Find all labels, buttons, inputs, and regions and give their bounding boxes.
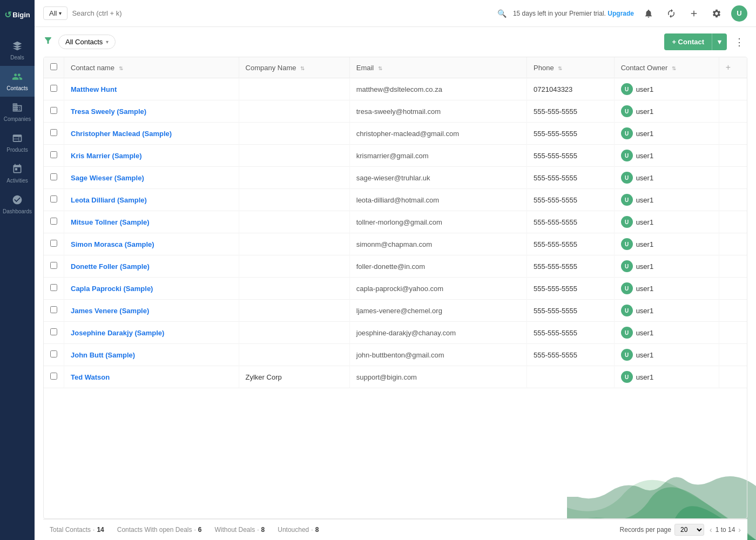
row-checkbox[interactable] <box>50 328 57 335</box>
row-contact-name[interactable]: Mitsue Tollner (Sample) <box>64 211 239 233</box>
row-checkbox[interactable] <box>50 195 57 202</box>
row-checkbox-cell[interactable] <box>44 123 64 145</box>
sidebar-item-activities[interactable]: Activities <box>0 158 35 189</box>
filter-icon[interactable] <box>43 36 53 48</box>
notifications-button[interactable] <box>640 5 657 22</box>
row-checkbox-cell[interactable] <box>44 145 64 167</box>
next-page-button[interactable]: › <box>738 525 741 534</box>
search-input[interactable] <box>72 9 492 17</box>
row-checkbox-cell[interactable] <box>44 300 64 322</box>
row-contact-name[interactable]: Leota Dilliard (Sample) <box>64 189 239 211</box>
table-row: Donette Foller (Sample) foller-donette@i… <box>44 255 747 278</box>
owner-name: user1 <box>636 152 654 160</box>
owner-name: user1 <box>636 85 654 93</box>
sidebar-item-deals[interactable]: Deals <box>0 35 35 66</box>
sidebar-item-companies[interactable]: Companies <box>0 97 35 127</box>
row-contact-name[interactable]: Christopher Maclead (Sample) <box>64 123 239 145</box>
row-checkbox-cell[interactable] <box>44 278 64 300</box>
row-checkbox-cell[interactable] <box>44 189 64 211</box>
row-checkbox-cell[interactable] <box>44 211 64 233</box>
row-checkbox-cell[interactable] <box>44 255 64 278</box>
upgrade-link[interactable]: Upgrade <box>608 10 634 17</box>
row-checkbox-cell[interactable] <box>44 167 64 189</box>
row-company-name <box>239 211 349 233</box>
table-row: Capla Paprocki (Sample) capla-paprocki@y… <box>44 278 747 300</box>
view-toolbar: All Contacts ▾ + Contact ▾ ⋮ <box>43 33 747 50</box>
row-contact-name[interactable]: James Venere (Sample) <box>64 300 239 322</box>
refresh-button[interactable] <box>663 5 679 22</box>
records-per-page: Records per page 20 50 100 <box>620 524 704 536</box>
row-contact-name[interactable]: John Butt (Sample) <box>64 344 239 366</box>
row-checkbox[interactable] <box>50 173 57 180</box>
row-phone: 555-555-5555 <box>527 300 615 322</box>
row-contact-name[interactable]: Simon Morasca (Sample) <box>64 233 239 255</box>
without-deals-value: 8 <box>261 526 265 534</box>
row-checkbox[interactable] <box>50 218 57 225</box>
sidebar-item-dashboards[interactable]: Dashboards <box>0 189 35 220</box>
table-row: Simon Morasca (Sample) simonm@chapman.co… <box>44 233 747 255</box>
row-email: john-buttbenton@gmail.com <box>349 344 526 366</box>
row-contact-name[interactable]: Ted Watson <box>64 366 239 388</box>
row-checkbox-cell[interactable] <box>44 233 64 255</box>
col-contact-owner[interactable]: Contact Owner ⇅ <box>614 57 719 78</box>
per-page-select[interactable]: 20 50 100 <box>674 524 704 536</box>
row-email: sage-wieser@truhlar.uk <box>349 167 526 189</box>
add-column-icon[interactable]: + <box>726 63 731 72</box>
select-all-header[interactable] <box>44 57 64 78</box>
row-checkbox[interactable] <box>50 151 57 158</box>
row-checkbox[interactable] <box>50 240 57 247</box>
footer-pagination: Records per page 20 50 100 ‹ 1 to 14 › <box>620 524 741 536</box>
row-phone: 0721043323 <box>527 78 615 100</box>
row-checkbox-cell[interactable] <box>44 322 64 344</box>
owner-avatar: U <box>621 127 633 139</box>
row-checkbox[interactable] <box>50 373 57 380</box>
view-select-dropdown[interactable]: All Contacts ▾ <box>58 35 116 49</box>
row-contact-name[interactable]: Kris Marrier (Sample) <box>64 145 239 167</box>
pagination-nav: ‹ 1 to 14 › <box>710 525 741 534</box>
row-checkbox[interactable] <box>50 85 57 92</box>
row-contact-name[interactable]: Tresa Sweely (Sample) <box>64 100 239 123</box>
prev-page-button[interactable]: ‹ <box>710 525 712 534</box>
col-add-icon[interactable]: + <box>719 57 747 78</box>
row-company-name <box>239 233 349 255</box>
owner-avatar: U <box>621 349 633 361</box>
row-checkbox[interactable] <box>50 107 57 114</box>
col-phone[interactable]: Phone ⇅ <box>527 57 615 78</box>
add-button[interactable] <box>686 5 702 22</box>
row-contact-name[interactable]: Josephine Darakjy (Sample) <box>64 322 239 344</box>
row-contact-name[interactable]: Capla Paprocki (Sample) <box>64 278 239 300</box>
row-checkbox[interactable] <box>50 129 57 136</box>
row-checkbox-cell[interactable] <box>44 344 64 366</box>
row-email: krismarrier@gmail.com <box>349 145 526 167</box>
table-row: James Venere (Sample) ljames-venere@chem… <box>44 300 747 322</box>
owner-avatar: U <box>621 194 633 206</box>
row-email: joesphine-darakjy@chanay.com <box>349 322 526 344</box>
user-avatar[interactable]: U <box>731 5 747 22</box>
sidebar-item-contacts[interactable]: Contacts <box>0 66 35 97</box>
select-all-checkbox[interactable] <box>50 63 57 70</box>
row-contact-name[interactable]: Sage Wieser (Sample) <box>64 167 239 189</box>
row-contact-name[interactable]: Donette Foller (Sample) <box>64 255 239 278</box>
col-company-name[interactable]: Company Name ⇅ <box>239 57 349 78</box>
add-contact-dropdown-icon[interactable]: ▾ <box>712 33 727 50</box>
all-dropdown-button[interactable]: All ▾ <box>43 6 68 20</box>
row-owner: U user1 <box>614 366 719 388</box>
row-checkbox[interactable] <box>50 350 57 357</box>
table-row: John Butt (Sample) john-buttbenton@gmail… <box>44 344 747 366</box>
row-checkbox[interactable] <box>50 262 57 269</box>
row-checkbox[interactable] <box>50 284 57 291</box>
row-checkbox-cell[interactable] <box>44 366 64 388</box>
row-checkbox-cell[interactable] <box>44 78 64 100</box>
contacts-table-wrap: Contact name ⇅ Company Name ⇅ Email ⇅ <box>43 57 747 519</box>
row-checkbox[interactable] <box>50 306 57 313</box>
more-options-button[interactable]: ⋮ <box>731 34 747 50</box>
row-contact-name[interactable]: Matthew Hunt <box>64 78 239 100</box>
row-checkbox-cell[interactable] <box>44 100 64 123</box>
sidebar-item-products[interactable]: Products <box>0 127 35 158</box>
settings-button[interactable] <box>708 5 725 22</box>
col-contact-name[interactable]: Contact name ⇅ <box>64 57 239 78</box>
add-contact-button[interactable]: + Contact ▾ <box>664 33 727 50</box>
stat-open-deals: Contacts With open Deals · 6 <box>117 526 202 534</box>
row-company-name <box>239 123 349 145</box>
col-email[interactable]: Email ⇅ <box>349 57 526 78</box>
